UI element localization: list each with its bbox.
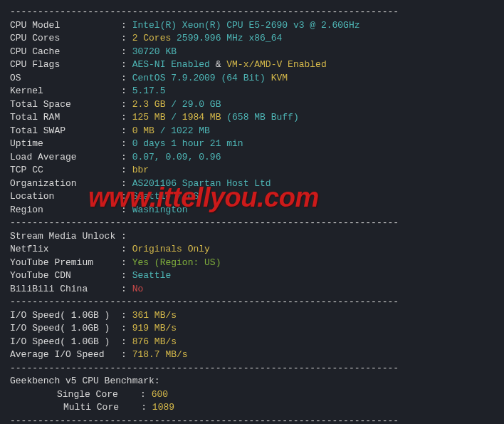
- info-label: Location: [10, 191, 121, 202]
- colon: :: [121, 191, 132, 202]
- divider-2: ----------------------------------------…: [10, 217, 494, 230]
- info-value: VM-x/AMD-V Enabled: [226, 59, 326, 70]
- info-label: YouTube Premium: [10, 257, 121, 268]
- info-row: Kernel : 5.17.5: [10, 85, 494, 98]
- divider-4: ----------------------------------------…: [10, 362, 494, 376]
- colon: :: [121, 336, 132, 347]
- info-row: I/O Speed( 1.0GB ) : 361 MB/s: [10, 309, 494, 323]
- info-row: CPU Cores : 2 Cores 2599.996 MHz x86_64: [10, 32, 494, 46]
- info-row: I/O Speed( 1.0GB ) : 919 MB/s: [10, 322, 494, 336]
- info-label: CPU Flags: [10, 59, 121, 70]
- info-value: Yes (Region: US): [132, 257, 221, 268]
- geekbench-multi-label: Multi Core: [10, 402, 119, 413]
- info-value: 0 days 1 hour 21 min: [132, 138, 243, 149]
- colon: :: [121, 323, 132, 333]
- info-value: 2.3 GB: [132, 99, 166, 110]
- info-row: Total RAM : 125 MB / 1984 MB (658 MB Buf…: [10, 111, 494, 125]
- geekbench-multi-value: 1089: [152, 402, 174, 413]
- info-value: bbr: [132, 165, 149, 175]
- info-row: Location : Seattle / US: [10, 190, 494, 204]
- info-row: Organization : AS201106 Spartan Host Ltd: [10, 177, 494, 191]
- info-value: 0.07, 0.09, 0.96: [132, 152, 221, 162]
- info-value: (658 MB Buff): [221, 112, 298, 123]
- colon: :: [121, 152, 132, 162]
- info-row: Uptime : 0 days 1 hour 21 min: [10, 138, 494, 151]
- geekbench-multi-row: Multi Core : 1089: [10, 401, 494, 415]
- info-label: Load Average: [10, 152, 121, 162]
- info-row: YouTube CDN : Seattle: [10, 269, 494, 283]
- colon: :: [121, 270, 132, 281]
- info-row: Region : Washington: [10, 204, 494, 217]
- info-label: Total RAM: [10, 112, 121, 123]
- info-row: TCP CC : bbr: [10, 164, 494, 177]
- info-row: Load Average : 0.07, 0.09, 0.96: [10, 151, 494, 165]
- info-row: BiliBili China : No: [10, 283, 494, 296]
- colon: :: [121, 125, 132, 136]
- info-label: Stream Media Unlock: [10, 231, 121, 242]
- colon: :: [121, 178, 132, 189]
- colon: :: [121, 33, 132, 43]
- info-value: &: [210, 59, 226, 70]
- info-label: I/O Speed( 1.0GB ): [10, 336, 121, 347]
- info-label: I/O Speed( 1.0GB ): [10, 323, 121, 333]
- info-value: No: [132, 284, 144, 294]
- stream-media-block: Stream Media Unlock : Netflix : Original…: [10, 230, 494, 296]
- info-value: Intel(R) Xeon(R) CPU E5-2690 v3 @ 2.60GH…: [132, 20, 360, 31]
- info-row: Netflix : Originals Only: [10, 243, 494, 257]
- divider-bottom: ----------------------------------------…: [10, 415, 494, 425]
- colon: :: [121, 112, 132, 123]
- divider-top: ----------------------------------------…: [10, 6, 494, 19]
- io-speed-block: I/O Speed( 1.0GB ) : 361 MB/sI/O Speed( …: [10, 309, 494, 362]
- info-row: CPU Flags : AES-NI Enabled & VM-x/AMD-V …: [10, 58, 494, 72]
- info-value: Seattle / US: [132, 191, 199, 202]
- info-label: Total Space: [10, 99, 121, 110]
- colon: :: [121, 46, 132, 57]
- geekbench-single-row: Single Core : 600: [10, 388, 494, 402]
- colon: :: [121, 59, 132, 70]
- divider-3: ----------------------------------------…: [10, 296, 494, 309]
- info-value: / 1022 MB: [154, 125, 210, 136]
- colon: :: [121, 138, 132, 149]
- info-label: CPU Model: [10, 20, 121, 31]
- info-value: 2 Cores: [132, 33, 172, 43]
- colon: :: [121, 99, 132, 110]
- info-value: 5.17.5: [132, 86, 166, 96]
- info-row: YouTube Premium : Yes (Region: US): [10, 257, 494, 270]
- info-label: Kernel: [10, 86, 121, 96]
- info-value: 876 MB/s: [132, 336, 177, 347]
- info-value: AS201106 Spartan Host Ltd: [132, 178, 271, 189]
- colon: :: [121, 310, 132, 321]
- info-value: Seattle: [132, 270, 172, 281]
- info-label: TCP CC: [10, 165, 121, 175]
- colon: :: [121, 231, 132, 242]
- info-value: 718.7 MB/s: [132, 349, 188, 360]
- info-value: 125 MB: [132, 112, 166, 123]
- info-value: 1984 MB: [182, 112, 221, 123]
- info-row: Average I/O Speed : 718.7 MB/s: [10, 348, 494, 362]
- info-label: Total SWAP: [10, 125, 121, 136]
- info-row: Total SWAP : 0 MB / 1022 MB: [10, 125, 494, 138]
- info-row: I/O Speed( 1.0GB ) : 876 MB/s: [10, 336, 494, 349]
- geekbench-single-label: Single Core: [10, 389, 118, 400]
- info-row: Stream Media Unlock :: [10, 230, 494, 244]
- info-value: 919 MB/s: [132, 323, 177, 333]
- info-label: Region: [10, 205, 121, 215]
- info-value: /: [165, 112, 182, 123]
- info-row: CPU Model : Intel(R) Xeon(R) CPU E5-2690…: [10, 19, 494, 33]
- info-value: 0 MB: [132, 125, 154, 136]
- info-label: YouTube CDN: [10, 270, 121, 281]
- colon: :: [121, 165, 132, 175]
- info-value: 29.0 GB: [182, 99, 221, 110]
- colon: :: [121, 205, 132, 215]
- info-label: CPU Cores: [10, 33, 121, 43]
- info-value: 2599.996 MHz x86_64: [171, 33, 282, 43]
- info-value: AES-NI Enabled: [132, 59, 210, 70]
- info-value: 30720 KB: [132, 46, 177, 57]
- colon: :: [121, 349, 132, 360]
- colon: :: [121, 86, 132, 96]
- info-value: Washington: [132, 205, 188, 215]
- info-value: 361 MB/s: [132, 310, 177, 321]
- colon: :: [121, 20, 132, 31]
- geekbench-single-value: 600: [152, 389, 168, 400]
- info-value: /: [165, 99, 182, 110]
